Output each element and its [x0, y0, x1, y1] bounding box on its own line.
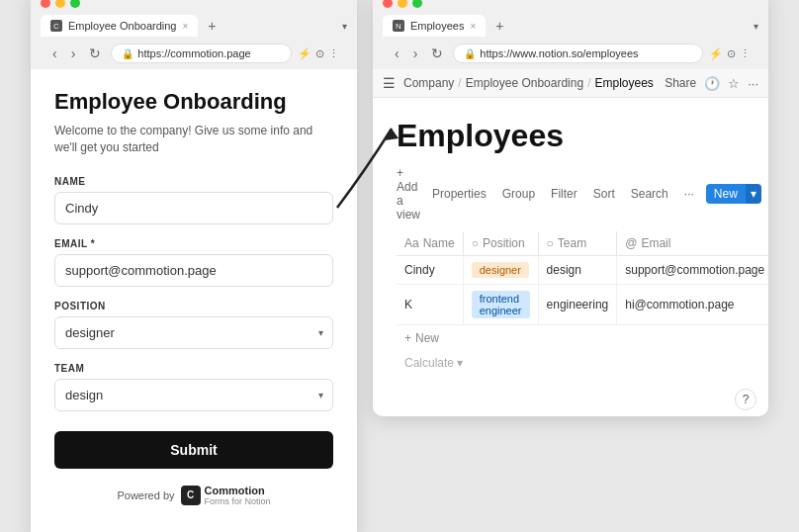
- active-tab[interactable]: C Employee Onboarding ×: [41, 15, 198, 37]
- right-address-bar-row: ‹ › ↻ 🔒 https://www.notion.so/employees …: [383, 38, 758, 69]
- group-button[interactable]: Group: [498, 185, 539, 203]
- tab-dropdown[interactable]: ▾: [342, 21, 347, 32]
- name-label: NAME: [54, 176, 333, 187]
- new-record-dropdown[interactable]: ▾: [746, 184, 761, 204]
- more-options-icon[interactable]: ···: [748, 76, 758, 91]
- tab-bar: C Employee Onboarding × + ▾: [41, 14, 347, 38]
- reload-button[interactable]: ↻: [85, 44, 105, 63]
- address-bar[interactable]: 🔒 https://commotion.page: [111, 44, 292, 63]
- add-new-row[interactable]: + New: [397, 325, 745, 351]
- tab-close-button[interactable]: ×: [182, 21, 188, 32]
- form-subtitle: Welcome to the company! Give us some inf…: [54, 123, 333, 156]
- breadcrumb-company[interactable]: Company: [403, 76, 454, 90]
- right-tab-dropdown[interactable]: ▾: [754, 21, 758, 32]
- position-badge-2: frontend engineer: [472, 291, 530, 318]
- right-new-tab-button[interactable]: +: [489, 14, 509, 38]
- forward-button[interactable]: ›: [67, 44, 80, 63]
- col-header-team: ○ Team: [538, 231, 617, 256]
- row-1-name: Cindy: [397, 256, 463, 285]
- breadcrumb-employees[interactable]: Employees: [594, 76, 653, 90]
- plus-icon: +: [404, 331, 411, 345]
- minimize-dot[interactable]: [55, 0, 65, 8]
- filter-button[interactable]: Filter: [547, 185, 581, 203]
- close-dot[interactable]: [41, 0, 50, 8]
- breadcrumb: Company / Employee Onboarding / Employee…: [403, 76, 657, 90]
- tag-icon-2: ○: [547, 236, 554, 250]
- right-browser: N Employees × + ▾ ‹ › ↻ 🔒 https://www.no…: [373, 0, 768, 416]
- right-address-bar[interactable]: 🔒 https://www.notion.so/employees: [453, 44, 703, 63]
- right-close-dot[interactable]: [383, 0, 393, 8]
- team-col-icon: ○ Team: [547, 236, 587, 250]
- calculate-button[interactable]: Calculate ▾: [397, 351, 745, 375]
- right-back-button[interactable]: ‹: [391, 44, 403, 63]
- right-menu-icon[interactable]: ⋮: [740, 47, 751, 60]
- email-col-icon: @ Email: [625, 236, 670, 250]
- right-forward-button[interactable]: ›: [409, 44, 422, 63]
- share-button[interactable]: Share: [665, 76, 696, 90]
- maximize-dot[interactable]: [70, 0, 80, 8]
- right-tab-close[interactable]: ×: [470, 21, 476, 32]
- position-select[interactable]: designer: [54, 316, 333, 349]
- position-select-wrapper: designer ▾: [54, 316, 333, 349]
- commotion-logo: C Commotion Forms for Notion: [181, 485, 271, 506]
- right-profile-icon[interactable]: ⊙: [727, 47, 736, 60]
- right-minimize-dot[interactable]: [398, 0, 407, 8]
- table-row[interactable]: Cindy designer design support@commotion.…: [397, 256, 768, 285]
- employees-table: Aa Name ○ Position ○: [397, 231, 768, 325]
- address-bar-row: ‹ › ↻ 🔒 https://commotion.page ⚡ ⊙ ⋮: [41, 38, 347, 69]
- menu-icon[interactable]: ⋮: [328, 47, 339, 60]
- back-button[interactable]: ‹: [48, 44, 61, 63]
- sort-button[interactable]: Sort: [589, 185, 619, 203]
- right-reload-button[interactable]: ↻: [427, 44, 447, 63]
- notion-actions: Share 🕐 ☆ ···: [665, 76, 758, 91]
- sidebar-toggle-icon[interactable]: ☰: [383, 75, 396, 91]
- position-col-icon: ○ Position: [472, 236, 525, 250]
- team-field-group: TEAM design ▾: [54, 363, 333, 411]
- profile-icon[interactable]: ⊙: [315, 47, 324, 60]
- star-icon[interactable]: ☆: [728, 76, 740, 91]
- new-tab-button[interactable]: +: [202, 14, 222, 38]
- text-icon: Aa: [404, 236, 419, 250]
- email-input[interactable]: [54, 254, 333, 287]
- right-extensions-icon[interactable]: ⚡: [709, 47, 723, 60]
- email-field-group: EMAIL *: [54, 238, 333, 287]
- position-badge: designer: [472, 262, 529, 278]
- db-toolbar: + Add a view Properties Group Filter Sor…: [397, 166, 745, 222]
- notion-topbar: ☰ Company / Employee Onboarding / Employ…: [373, 69, 768, 98]
- notion-content: Employees + Add a view Properties Group …: [373, 98, 768, 385]
- commotion-icon: C: [181, 486, 201, 505]
- form-title: Employee Onboarding: [54, 89, 333, 115]
- right-tab-bar: N Employees × + ▾: [383, 14, 758, 38]
- right-maximize-dot[interactable]: [412, 0, 422, 8]
- new-record-button[interactable]: New: [706, 184, 746, 204]
- team-label: TEAM: [54, 363, 333, 374]
- commotion-text: Commotion Forms for Notion: [205, 485, 271, 506]
- team-select-wrapper: design ▾: [54, 379, 333, 411]
- team-select[interactable]: design: [54, 379, 333, 411]
- right-active-tab[interactable]: N Employees ×: [383, 15, 486, 37]
- row-1-position: designer: [463, 256, 538, 285]
- more-toolbar-button[interactable]: ···: [680, 185, 698, 203]
- properties-button[interactable]: Properties: [428, 185, 490, 203]
- right-lock-icon: 🔒: [464, 48, 476, 59]
- add-view-button[interactable]: + Add a view: [397, 166, 420, 222]
- breadcrumb-onboarding[interactable]: Employee Onboarding: [466, 76, 583, 90]
- col-header-name: Aa Name: [397, 231, 463, 256]
- left-browser-chrome: C Employee Onboarding × + ▾ ‹ › ↻ 🔒 http…: [31, 0, 357, 69]
- right-address-actions: ⚡ ⊙ ⋮: [709, 47, 751, 60]
- address-actions: ⚡ ⊙ ⋮: [298, 47, 339, 60]
- name-input[interactable]: [54, 192, 333, 224]
- tag-icon: ○: [472, 236, 479, 250]
- commotion-name: Commotion: [205, 485, 271, 496]
- submit-button[interactable]: Submit: [54, 431, 333, 469]
- clock-icon[interactable]: 🕐: [704, 76, 720, 91]
- row-2-position: frontend engineer: [463, 285, 538, 325]
- window-controls: [41, 0, 347, 8]
- help-button[interactable]: ?: [735, 389, 756, 410]
- new-row-label: New: [415, 331, 439, 345]
- search-button[interactable]: Search: [627, 185, 672, 203]
- extensions-icon[interactable]: ⚡: [298, 47, 311, 60]
- right-window-controls: [383, 0, 758, 8]
- table-row[interactable]: K frontend engineer engineering hi@commo…: [397, 285, 768, 325]
- name-field-group: NAME: [54, 176, 333, 224]
